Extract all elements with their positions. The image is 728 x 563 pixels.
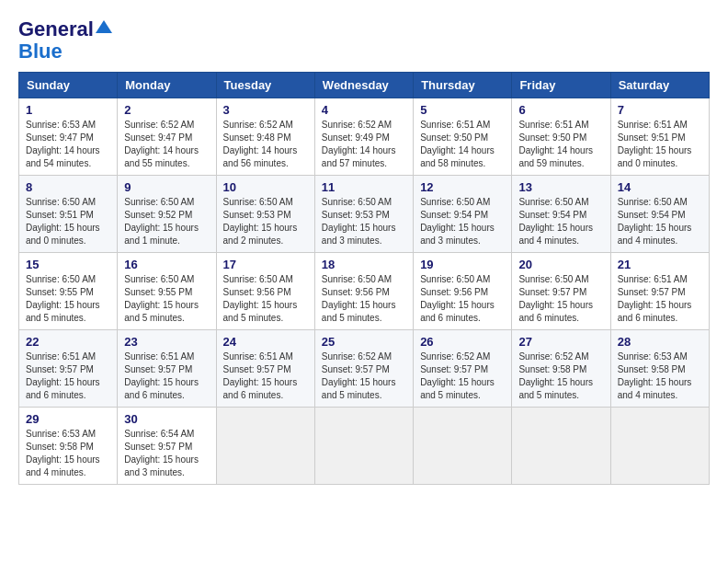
calendar-cell — [314, 408, 413, 485]
day-number: 16 — [124, 258, 209, 271]
day-info: Sunrise: 6:53 AM Sunset: 9:47 PM Dayligh… — [26, 119, 110, 170]
day-number: 4 — [322, 103, 406, 117]
day-info: Sunrise: 6:51 AM Sunset: 9:51 PM Dayligh… — [618, 119, 702, 170]
calendar-cell: 6Sunrise: 6:51 AM Sunset: 9:50 PM Daylig… — [512, 98, 610, 176]
day-number: 29 — [26, 412, 110, 426]
header-cell-wednesday: Wednesday — [314, 73, 413, 98]
day-info: Sunrise: 6:52 AM Sunset: 9:57 PM Dayligh… — [420, 350, 505, 402]
calendar-cell: 5Sunrise: 6:51 AM Sunset: 9:50 PM Daylig… — [414, 98, 512, 176]
day-info: Sunrise: 6:52 AM Sunset: 9:48 PM Dayligh… — [223, 119, 308, 170]
week-row-3: 15Sunrise: 6:50 AM Sunset: 9:55 PM Dayli… — [19, 253, 710, 330]
calendar-cell: 18Sunrise: 6:50 AM Sunset: 9:56 PM Dayli… — [314, 253, 413, 330]
day-number: 28 — [618, 335, 702, 349]
calendar-cell: 3Sunrise: 6:52 AM Sunset: 9:48 PM Daylig… — [216, 98, 314, 176]
day-number: 7 — [618, 103, 702, 117]
day-number: 13 — [518, 180, 603, 194]
calendar-cell: 13Sunrise: 6:50 AM Sunset: 9:54 PM Dayli… — [512, 176, 610, 253]
svg-marker-0 — [96, 20, 112, 33]
calendar-cell: 11Sunrise: 6:50 AM Sunset: 9:53 PM Dayli… — [314, 176, 413, 253]
day-info: Sunrise: 6:51 AM Sunset: 9:57 PM Dayligh… — [26, 350, 110, 402]
calendar-table: SundayMondayTuesdayWednesdayThursdayFrid… — [18, 72, 710, 485]
calendar-cell: 29Sunrise: 6:53 AM Sunset: 9:58 PM Dayli… — [19, 408, 118, 485]
calendar-cell: 9Sunrise: 6:50 AM Sunset: 9:52 PM Daylig… — [118, 176, 216, 253]
day-info: Sunrise: 6:50 AM Sunset: 9:55 PM Dayligh… — [26, 273, 110, 325]
logo-icon — [96, 18, 112, 35]
calendar-cell: 28Sunrise: 6:53 AM Sunset: 9:58 PM Dayli… — [610, 330, 709, 408]
day-number: 8 — [26, 180, 110, 194]
logo-general: General — [18, 18, 94, 40]
calendar-header: SundayMondayTuesdayWednesdayThursdayFrid… — [19, 73, 710, 98]
day-number: 9 — [124, 180, 209, 194]
week-row-1: 1Sunrise: 6:53 AM Sunset: 9:47 PM Daylig… — [19, 98, 710, 176]
calendar-cell — [610, 408, 709, 485]
day-number: 26 — [420, 335, 505, 349]
day-number: 3 — [223, 103, 308, 117]
day-number: 17 — [223, 258, 308, 271]
calendar-cell — [414, 408, 512, 485]
week-row-4: 22Sunrise: 6:51 AM Sunset: 9:57 PM Dayli… — [19, 330, 710, 408]
calendar-cell: 2Sunrise: 6:52 AM Sunset: 9:47 PM Daylig… — [118, 98, 216, 176]
day-info: Sunrise: 6:50 AM Sunset: 9:53 PM Dayligh… — [322, 196, 406, 247]
day-number: 24 — [223, 335, 308, 349]
day-number: 23 — [124, 335, 209, 349]
day-number: 27 — [518, 335, 603, 349]
calendar-cell: 21Sunrise: 6:51 AM Sunset: 9:57 PM Dayli… — [610, 253, 709, 330]
day-info: Sunrise: 6:54 AM Sunset: 9:57 PM Dayligh… — [124, 428, 209, 479]
day-number: 2 — [124, 103, 209, 117]
day-number: 11 — [322, 180, 406, 194]
calendar-cell: 14Sunrise: 6:50 AM Sunset: 9:54 PM Dayli… — [610, 176, 709, 253]
header-cell-saturday: Saturday — [610, 73, 709, 98]
day-number: 25 — [322, 335, 406, 349]
calendar-cell: 8Sunrise: 6:50 AM Sunset: 9:51 PM Daylig… — [19, 176, 118, 253]
day-info: Sunrise: 6:51 AM Sunset: 9:57 PM Dayligh… — [618, 273, 702, 325]
header-row: SundayMondayTuesdayWednesdayThursdayFrid… — [19, 73, 710, 98]
header-cell-thursday: Thursday — [414, 73, 512, 98]
header-cell-sunday: Sunday — [19, 73, 118, 98]
calendar-cell: 1Sunrise: 6:53 AM Sunset: 9:47 PM Daylig… — [19, 98, 118, 176]
logo-blue: Blue — [18, 40, 63, 63]
header-cell-monday: Monday — [118, 73, 216, 98]
header-cell-friday: Friday — [512, 73, 610, 98]
day-info: Sunrise: 6:50 AM Sunset: 9:56 PM Dayligh… — [420, 273, 505, 325]
calendar-cell: 30Sunrise: 6:54 AM Sunset: 9:57 PM Dayli… — [118, 408, 216, 485]
calendar-cell: 22Sunrise: 6:51 AM Sunset: 9:57 PM Dayli… — [19, 330, 118, 408]
calendar-cell: 20Sunrise: 6:50 AM Sunset: 9:57 PM Dayli… — [512, 253, 610, 330]
calendar-cell: 26Sunrise: 6:52 AM Sunset: 9:57 PM Dayli… — [414, 330, 512, 408]
day-number: 6 — [518, 103, 603, 117]
day-info: Sunrise: 6:51 AM Sunset: 9:50 PM Dayligh… — [518, 119, 603, 170]
day-number: 18 — [322, 258, 406, 271]
day-info: Sunrise: 6:53 AM Sunset: 9:58 PM Dayligh… — [26, 428, 110, 479]
day-info: Sunrise: 6:52 AM Sunset: 9:49 PM Dayligh… — [322, 119, 406, 170]
day-info: Sunrise: 6:52 AM Sunset: 9:58 PM Dayligh… — [518, 350, 603, 402]
day-info: Sunrise: 6:50 AM Sunset: 9:54 PM Dayligh… — [518, 196, 603, 247]
day-number: 10 — [223, 180, 308, 194]
day-info: Sunrise: 6:50 AM Sunset: 9:56 PM Dayligh… — [322, 273, 406, 325]
day-info: Sunrise: 6:50 AM Sunset: 9:51 PM Dayligh… — [26, 196, 110, 247]
day-info: Sunrise: 6:53 AM Sunset: 9:58 PM Dayligh… — [618, 350, 702, 402]
day-info: Sunrise: 6:51 AM Sunset: 9:57 PM Dayligh… — [223, 350, 308, 402]
day-number: 30 — [124, 412, 209, 426]
day-info: Sunrise: 6:50 AM Sunset: 9:56 PM Dayligh… — [223, 273, 308, 325]
day-number: 1 — [26, 103, 110, 117]
header-cell-tuesday: Tuesday — [216, 73, 314, 98]
day-number: 22 — [26, 335, 110, 349]
day-number: 12 — [420, 180, 505, 194]
calendar-cell: 10Sunrise: 6:50 AM Sunset: 9:53 PM Dayli… — [216, 176, 314, 253]
week-row-5: 29Sunrise: 6:53 AM Sunset: 9:58 PM Dayli… — [19, 408, 710, 485]
day-info: Sunrise: 6:52 AM Sunset: 9:57 PM Dayligh… — [322, 350, 406, 402]
day-number: 14 — [618, 180, 702, 194]
calendar-cell: 19Sunrise: 6:50 AM Sunset: 9:56 PM Dayli… — [414, 253, 512, 330]
day-info: Sunrise: 6:50 AM Sunset: 9:53 PM Dayligh… — [223, 196, 308, 247]
calendar-cell: 16Sunrise: 6:50 AM Sunset: 9:55 PM Dayli… — [118, 253, 216, 330]
calendar-cell: 23Sunrise: 6:51 AM Sunset: 9:57 PM Dayli… — [118, 330, 216, 408]
day-info: Sunrise: 6:50 AM Sunset: 9:55 PM Dayligh… — [124, 273, 209, 325]
calendar-cell — [216, 408, 314, 485]
calendar-cell: 25Sunrise: 6:52 AM Sunset: 9:57 PM Dayli… — [314, 330, 413, 408]
day-number: 15 — [26, 258, 110, 271]
day-info: Sunrise: 6:50 AM Sunset: 9:57 PM Dayligh… — [518, 273, 603, 325]
day-info: Sunrise: 6:52 AM Sunset: 9:47 PM Dayligh… — [124, 119, 209, 170]
day-number: 20 — [518, 258, 603, 271]
day-info: Sunrise: 6:50 AM Sunset: 9:54 PM Dayligh… — [420, 196, 505, 247]
calendar-cell: 4Sunrise: 6:52 AM Sunset: 9:49 PM Daylig… — [314, 98, 413, 176]
day-info: Sunrise: 6:51 AM Sunset: 9:50 PM Dayligh… — [420, 119, 505, 170]
